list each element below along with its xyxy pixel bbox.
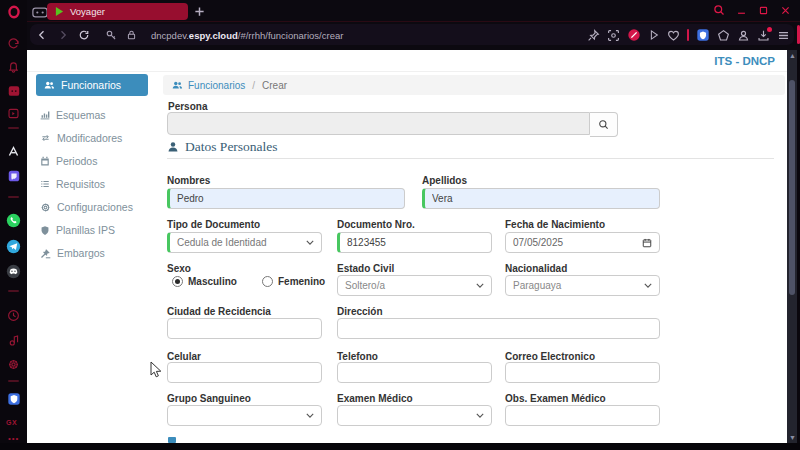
direccion-input[interactable] (337, 318, 660, 339)
celular-input[interactable] (167, 362, 322, 383)
radio-button-checked[interactable] (172, 276, 183, 287)
browser-window: GX ••• Voyager dncpdev.espy.cloud/#/rrhh… (0, 0, 800, 450)
sidebar-item-esquemas[interactable]: Esquemas (40, 107, 106, 123)
sidebar-item-periodos[interactable]: Periodos (40, 153, 97, 169)
sidebar-item-label: Requisitos (56, 178, 105, 190)
apellidos-label: Apellidos (422, 175, 467, 186)
opera-logo-icon[interactable] (5, 3, 22, 20)
downloads-icon[interactable] (757, 29, 770, 42)
chevron-down-icon (476, 413, 484, 418)
breadcrumb-separator: / (252, 80, 255, 91)
fecha-nacimiento-value: 07/05/2025 (513, 237, 563, 248)
player-icon[interactable] (5, 332, 22, 349)
users-icon (172, 80, 183, 91)
obs-examen-medico-label: Obs. Examen Médico (505, 393, 606, 404)
pin-icon[interactable] (587, 29, 600, 42)
tipo-documento-select[interactable]: Cedula de Identidad (167, 232, 322, 253)
rail-divider (8, 380, 19, 382)
sidebar-play-icon[interactable] (648, 29, 660, 41)
notifications-icon[interactable] (5, 58, 22, 75)
settings-icon[interactable] (5, 356, 22, 373)
pentagon-extension-icon[interactable] (717, 29, 730, 42)
key-icon[interactable] (105, 29, 117, 41)
nombres-input[interactable] (167, 188, 405, 209)
breadcrumb-funcionarios-link[interactable]: Funcionarios (172, 80, 245, 91)
lock-icon[interactable] (126, 29, 137, 41)
celular-label: Celular (167, 351, 201, 362)
account-icon[interactable] (737, 29, 750, 42)
whatsapp-icon[interactable] (5, 212, 22, 229)
mods-icon[interactable] (5, 105, 22, 122)
sidebar-item-label: Periodos (56, 155, 97, 167)
minimize-button[interactable] (736, 5, 747, 16)
radio-button-unchecked[interactable] (262, 276, 273, 287)
obs-examen-medico-input[interactable] (505, 405, 660, 426)
examen-medico-select[interactable] (337, 405, 492, 426)
scrollbar-up-arrow[interactable]: ▲ (789, 52, 796, 59)
reload-icon[interactable] (78, 29, 90, 41)
browser-search-icon[interactable] (713, 4, 725, 16)
apellidos-input[interactable] (422, 188, 660, 209)
chevron-down-icon (476, 283, 484, 288)
rail-overflow-icon[interactable]: ••• (8, 434, 19, 443)
close-button[interactable] (780, 5, 791, 16)
sidebar-item-planillas-ips[interactable]: Planillas IPS (40, 222, 115, 238)
grupo-sanguineo-select[interactable] (167, 405, 322, 426)
scrollbar-down-arrow[interactable]: ▼ (789, 434, 796, 441)
sidebar-item-modificadores[interactable]: Modificadores (40, 130, 122, 146)
workspace-icon[interactable] (31, 4, 48, 21)
url-text[interactable]: dncpdev.espy.cloud/#/rrhh/funcionarios/c… (151, 30, 343, 41)
sexo-radio-masculino[interactable]: Masculino (172, 276, 237, 287)
exchange-icon (40, 133, 51, 143)
forward-icon[interactable] (57, 29, 69, 41)
heart-icon[interactable] (667, 29, 680, 42)
twitch-icon[interactable] (5, 167, 22, 184)
direccion-label: Dirección (337, 306, 383, 317)
telefono-input[interactable] (337, 362, 492, 383)
calendar-icon (642, 238, 652, 248)
sidebar-item-funcionarios[interactable]: Funcionarios (36, 74, 148, 96)
aria-ai-icon[interactable] (5, 143, 22, 160)
tab-title: Voyager (70, 6, 105, 17)
sidebar-item-configuraciones[interactable]: Configuraciones (40, 199, 133, 215)
vpn-badge-icon[interactable] (627, 28, 641, 42)
estado-civil-label: Estado Civil (337, 263, 394, 274)
sidebar-item-label: Configuraciones (57, 201, 133, 213)
menu-icon[interactable] (777, 29, 790, 42)
sidebar-item-label: Embargos (57, 247, 105, 259)
rail-divider (8, 290, 19, 292)
nav-controls: dncpdev.espy.cloud/#/rrhh/funcionarios/c… (36, 26, 343, 44)
ciudad-residencia-input[interactable] (167, 318, 322, 339)
shield-extension-icon[interactable] (5, 390, 22, 407)
snapshot-icon[interactable] (607, 29, 620, 42)
persona-search-button[interactable] (590, 112, 618, 137)
section-title: Datos Personales (185, 139, 278, 155)
password-extension-icon[interactable] (696, 28, 710, 42)
nacionalidad-label: Nacionalidad (505, 263, 567, 274)
fecha-nacimiento-input[interactable]: 07/05/2025 (505, 232, 660, 253)
back-icon[interactable] (36, 29, 48, 41)
persona-input[interactable] (167, 112, 590, 135)
history-icon[interactable] (5, 307, 22, 324)
sidebar-item-requisitos[interactable]: Requisitos (40, 176, 105, 192)
documento-nro-input[interactable] (337, 232, 492, 253)
estado-civil-select[interactable]: Soltero/a (337, 275, 492, 296)
speed-dial-icon[interactable] (5, 35, 22, 52)
tipo-documento-label: Tipo de Documento (167, 219, 260, 230)
discord-icon[interactable] (5, 263, 22, 280)
ciudad-residencia-label: Ciudad de Recidencia (167, 306, 271, 317)
correo-input[interactable] (505, 362, 660, 383)
maximize-button[interactable] (758, 5, 769, 16)
browser-sidebar-rail: GX ••• (0, 0, 27, 450)
tab-favicon (55, 7, 64, 16)
browser-tab[interactable]: Voyager (47, 3, 188, 20)
nacionalidad-select[interactable]: Paraguaya (505, 275, 660, 296)
scrollbar-thumb[interactable] (789, 80, 795, 295)
telegram-icon[interactable] (5, 238, 22, 255)
gx-corner-icon[interactable] (5, 82, 22, 99)
sexo-radio-femenino[interactable]: Femenino (262, 276, 325, 287)
new-tab-button[interactable] (194, 6, 205, 17)
sidebar-item-embargos[interactable]: Embargos (40, 245, 105, 261)
app-brand: ITS - DNCP (500, 55, 775, 67)
documento-nro-label: Documento Nro. (337, 219, 415, 230)
